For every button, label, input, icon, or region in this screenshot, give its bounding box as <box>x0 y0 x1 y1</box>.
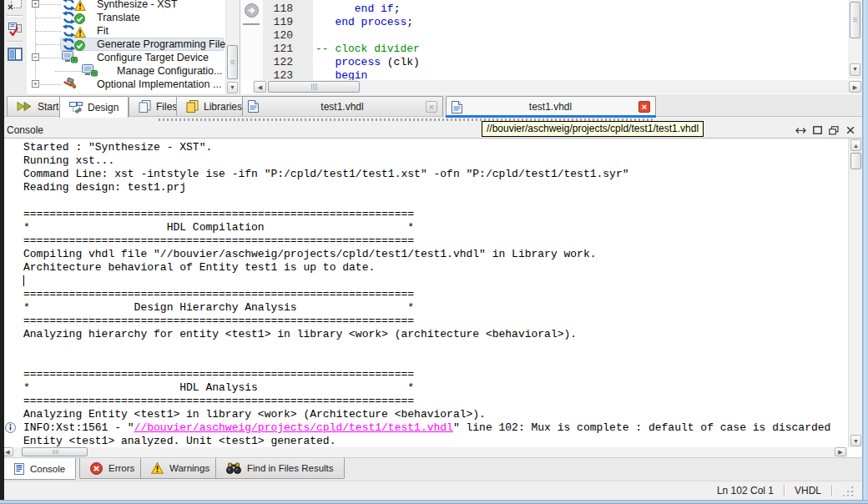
tab-label: Libraries <box>204 101 242 113</box>
collapse-minus-icon[interactable]: − <box>32 53 39 61</box>
tree-connector <box>36 18 61 18</box>
scroll-down-icon[interactable]: ▼ <box>850 435 861 446</box>
scroll-up-icon[interactable]: ▲ <box>850 139 861 151</box>
scroll-left-icon[interactable]: ◀ <box>254 81 266 93</box>
line-number: 118 <box>263 3 313 16</box>
editor-tab[interactable]: test1.vhdl× <box>242 96 443 116</box>
window-frame-right <box>862 0 868 504</box>
tree-item-label: Configure Target Device <box>97 52 209 63</box>
console-line <box>0 355 848 368</box>
toggle-panel-icon[interactable] <box>6 45 24 63</box>
toolbar-separator <box>7 15 23 17</box>
line-number: 120 <box>263 29 313 43</box>
console-panel-title: Console <box>7 124 43 136</box>
tab-libraries[interactable]: Libraries <box>176 96 252 116</box>
window-frame-left <box>0 0 4 500</box>
editor-tab-label: test1.vhdl <box>462 101 638 113</box>
console-line <box>0 275 848 288</box>
scroll-right-icon[interactable]: ▶ <box>849 81 861 93</box>
console-vertical-scrollbar[interactable]: ▲ ▼ <box>848 139 862 447</box>
tree-item[interactable]: Generate Programming File <box>27 38 225 51</box>
tree-scrollbar[interactable]: ▼ <box>225 0 240 94</box>
console-file-link[interactable]: //bouvier/aschweig/projects/cpld/test1/t… <box>134 421 453 434</box>
scroll-down-icon[interactable]: ▼ <box>227 82 238 93</box>
tab-find-in-files-results[interactable]: Find in Files Results <box>215 458 345 479</box>
abort-process-icon[interactable] <box>6 0 24 13</box>
tree-item-label: Generate Programming File <box>97 38 225 50</box>
resize-grip-icon[interactable] <box>842 486 854 496</box>
close-tab-icon[interactable]: × <box>638 101 650 113</box>
maximize-panel-icon[interactable] <box>810 123 824 137</box>
scrollbar-thumb[interactable] <box>227 45 238 79</box>
editor-vertical-scrollbar[interactable]: ▼ <box>848 0 862 79</box>
rerun-all-icon[interactable] <box>6 20 24 38</box>
restore-panel-icon[interactable] <box>827 123 840 137</box>
editor-tab[interactable]: test1.vhdl× <box>446 96 656 117</box>
console-line: Reading design: test1.prj <box>0 181 848 194</box>
scrollbar-thumb[interactable] <box>22 447 88 456</box>
line-number: 119 <box>263 16 313 29</box>
console-line: ========================================… <box>0 208 848 221</box>
line-number: 121 <box>263 43 313 56</box>
editor-tab-label: test1.vhdl <box>259 101 426 113</box>
tree-item[interactable]: −Configure Target Device <box>27 51 225 64</box>
tree-item[interactable]: Fit <box>27 24 225 38</box>
libraries-icon <box>186 100 199 113</box>
tab-errors[interactable]: Errors <box>79 458 145 479</box>
tree-item-label: Optional Implementation ... <box>97 78 221 90</box>
scrollbar-thumb[interactable] <box>268 81 360 93</box>
code-line: end process; <box>315 16 847 29</box>
tree-item[interactable]: Manage Configuratio... <box>27 64 225 78</box>
ise-window: +Synthesize - XSTTranslateFitGenerate Pr… <box>0 0 868 504</box>
console-line <box>0 194 848 208</box>
scrollbar-thumb[interactable] <box>850 153 861 169</box>
console-line: Analyzing hierarchy for entity <test1> i… <box>0 328 848 341</box>
float-panel-icon[interactable] <box>794 123 807 137</box>
find-icon <box>226 462 241 474</box>
document-icon <box>452 101 462 113</box>
console-output[interactable]: Started : "Synthesize - XST".Running xst… <box>0 139 848 447</box>
scrollbar-thumb[interactable] <box>850 2 860 38</box>
code-line: begin <box>315 69 847 80</box>
statusbar-separator <box>831 485 832 496</box>
console-header: Console <box>0 123 862 139</box>
tab-design[interactable]: Design <box>59 96 129 118</box>
language-mode: VHDL <box>795 485 821 496</box>
tree-item[interactable]: Translate <box>27 11 225 24</box>
tree-connector <box>55 71 81 72</box>
expand-plus-icon[interactable]: + <box>32 0 39 8</box>
line-number-gutter: 118119120121122123 <box>263 0 313 80</box>
close-tab-icon[interactable]: × <box>426 101 437 113</box>
tree-item[interactable]: +Optional Implementation ... <box>27 78 225 91</box>
console-line: ========================================… <box>0 288 848 301</box>
tab-label: Design <box>88 102 119 113</box>
next-marker-icon[interactable] <box>245 3 259 21</box>
code-line: end if; <box>315 3 847 16</box>
splitter-handle[interactable] <box>0 117 862 123</box>
code-area[interactable]: end if; end process;-- clock divider pro… <box>313 0 847 80</box>
error-icon <box>90 462 103 475</box>
tree-item-label: Manage Configuratio... <box>117 65 222 77</box>
window-frame-bottom <box>0 500 868 504</box>
tree-item-label: Translate <box>97 12 140 23</box>
vertical-toolbar <box>4 0 28 94</box>
console-horizontal-scrollbar[interactable]: ◀ ▶ <box>0 447 848 457</box>
editor-horizontal-scrollbar[interactable]: ◀ ▶ <box>253 80 862 93</box>
tab-label: Find in Files Results <box>247 463 334 473</box>
close-panel-icon[interactable] <box>844 123 857 137</box>
scroll-down-icon[interactable]: ▼ <box>850 63 860 76</box>
design-icon <box>69 102 83 113</box>
tab-console[interactable]: Console <box>3 458 76 480</box>
files-icon <box>139 100 151 113</box>
tab-warnings[interactable]: Warnings <box>140 458 220 479</box>
panel-window-buttons <box>794 123 857 137</box>
tree-connector <box>40 4 61 5</box>
tab-tooltip: //bouvier/aschweig/projects/cpld/test1/t… <box>482 121 704 137</box>
editor-margin <box>240 0 263 80</box>
tree-item[interactable]: +Synthesize - XST <box>27 0 225 11</box>
scroll-right-icon[interactable]: ▶ <box>835 447 846 456</box>
tree-item-label: Synthesize - XST <box>97 0 178 10</box>
tab-label: Start <box>38 101 58 113</box>
cursor-position: Ln 102 Col 1 <box>717 485 774 496</box>
expand-plus-icon[interactable]: + <box>32 80 39 88</box>
